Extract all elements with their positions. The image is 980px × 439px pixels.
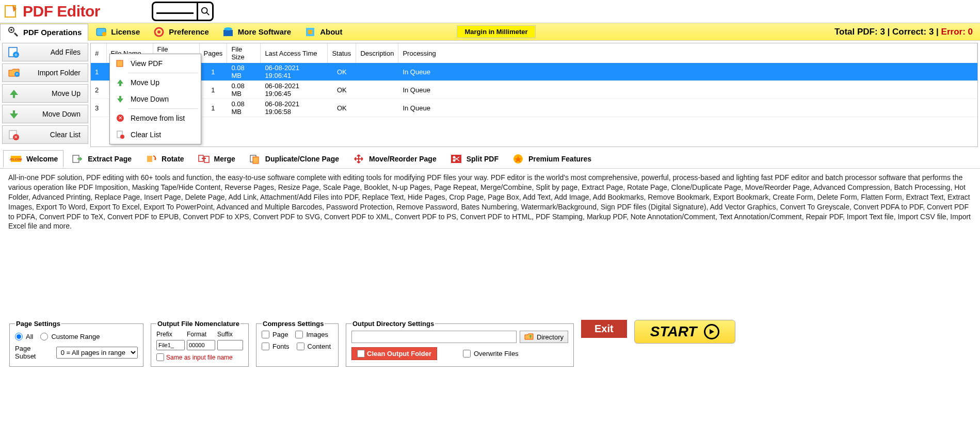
toolbar-label: About: [320, 27, 342, 36]
col-desc[interactable]: Description: [356, 43, 398, 63]
side-label: Import Folder: [25, 69, 84, 77]
move-up-button[interactable]: Move Up: [2, 84, 88, 103]
toolbar-label: Preference: [169, 27, 209, 36]
svg-line-2: [206, 13, 209, 15]
chk-images[interactable]: Images: [295, 331, 328, 338]
folder-up-icon: [524, 332, 534, 342]
welcome-icon: WELCOME: [9, 153, 23, 165]
svg-point-4: [10, 29, 12, 31]
clear-icon: [115, 129, 125, 140]
preference-icon: [152, 25, 166, 39]
side-label: Clear List: [25, 131, 84, 139]
toolbar-license[interactable]: License: [88, 23, 146, 40]
search-box[interactable]: [152, 2, 214, 21]
stats-bar: Total PDF: 3 | Correct: 3 | Error: 0: [834, 27, 980, 37]
play-icon: [704, 324, 719, 339]
chk-fonts[interactable]: Fonts: [262, 343, 290, 350]
import-folder-button[interactable]: + Import Folder: [2, 63, 88, 82]
sidebar: + Add Files + Import Folder Move Up Move…: [0, 41, 90, 149]
tab-duplicate[interactable]: Duplicate/Clone Page: [242, 150, 345, 168]
chk-content[interactable]: Content: [297, 343, 331, 350]
svg-point-25: [120, 135, 124, 139]
cm-move-down[interactable]: Move Down: [111, 91, 200, 107]
cm-view-pdf[interactable]: View PDF: [111, 55, 200, 72]
license-icon: [94, 25, 108, 39]
tab-move-reorder[interactable]: Move/Reorder Page: [346, 150, 442, 168]
prefix-input[interactable]: [156, 340, 185, 350]
move-down-button[interactable]: Move Down: [2, 105, 88, 123]
add-files-icon: +: [7, 46, 21, 58]
about-icon: [303, 25, 317, 39]
start-button[interactable]: START: [634, 320, 736, 344]
cm-move-up[interactable]: Move Up: [111, 74, 200, 91]
remove-icon: ✕: [115, 113, 125, 123]
split-icon: [449, 153, 463, 165]
cm-clear[interactable]: Clear List: [111, 126, 200, 143]
tab-merge[interactable]: Merge: [191, 150, 241, 168]
svg-text:✕: ✕: [14, 135, 18, 140]
premium-icon: [511, 153, 525, 165]
output-path-input[interactable]: [351, 331, 517, 343]
file-table[interactable]: # File Name File Password Pages File Siz…: [90, 43, 978, 147]
welcome-description: All-in-one PDF solution, PDF editing wit…: [0, 169, 980, 235]
side-label: Add Files: [25, 48, 84, 56]
tab-extract-page[interactable]: Extract Page: [65, 150, 137, 168]
nomenclature-group: Output File Nomenclature Prefix Format S…: [151, 320, 249, 367]
toolbar-label: More Software: [238, 27, 291, 36]
arrow-up-icon: [7, 87, 21, 100]
page-settings-group: Page Settings All Custome Range Page Sub…: [9, 320, 143, 367]
svg-rect-29: [147, 156, 152, 162]
toolbar-about[interactable]: About: [297, 23, 348, 40]
radio-custom-range[interactable]: Custome Range: [40, 333, 100, 340]
table-row[interactable]: 210.08 MB06-08-2021 19:06:45OKIn Queue: [91, 81, 977, 99]
svg-text:+: +: [15, 72, 18, 77]
svg-rect-21: [117, 60, 123, 67]
arrow-down-icon: [115, 94, 125, 104]
toolbar-pdf-operations[interactable]: PDF Operations: [0, 24, 88, 41]
clean-output-button[interactable]: Clean Output Folder: [351, 347, 437, 360]
operation-tabs: WELCOME Welcome Extract Page Rotate Merg…: [0, 149, 980, 169]
col-num[interactable]: #: [91, 43, 106, 63]
extract-icon: [70, 153, 85, 165]
svg-rect-31: [204, 156, 209, 162]
tab-split[interactable]: Split PDF: [443, 150, 504, 168]
merge-icon: [197, 153, 211, 165]
tab-premium[interactable]: Premium Features: [505, 150, 597, 168]
arrow-down-icon: [7, 108, 21, 120]
same-as-input-checkbox[interactable]: [156, 353, 164, 361]
add-files-button[interactable]: + Add Files: [2, 43, 88, 61]
svg-rect-12: [308, 30, 312, 34]
radio-all[interactable]: All: [15, 333, 33, 340]
col-pages[interactable]: Pages: [199, 43, 227, 63]
clear-list-button[interactable]: ✕ Clear List: [2, 125, 88, 144]
tab-rotate[interactable]: Rotate: [138, 150, 190, 168]
app-logo-icon: [2, 3, 20, 20]
clear-icon: ✕: [7, 128, 21, 141]
rotate-icon: [144, 153, 158, 165]
subset-label: Page Subset: [15, 345, 53, 360]
col-size[interactable]: File Size: [227, 43, 261, 63]
output-group: Output Directory Settings Directory Clea…: [346, 320, 574, 367]
col-proc[interactable]: Processing: [398, 43, 977, 63]
col-time[interactable]: Last Access Time: [261, 43, 328, 63]
col-status[interactable]: Status: [328, 43, 356, 63]
table-row[interactable]: 110.08 MB06-08-2021 19:06:41OKIn Queue: [91, 63, 977, 81]
cm-remove[interactable]: ✕ Remove from list: [111, 110, 200, 126]
folder-icon: +: [7, 67, 21, 79]
table-row[interactable]: 310.08 MB06-08-2021 19:06:58OKIn Queue: [91, 99, 977, 117]
exit-button[interactable]: Exit: [581, 320, 627, 338]
overwrite-checkbox[interactable]: Overwrite Files: [463, 350, 519, 357]
chk-page[interactable]: Page: [262, 331, 288, 338]
suffix-input[interactable]: [217, 340, 243, 350]
svg-point-10: [224, 27, 232, 30]
tab-welcome[interactable]: WELCOME Welcome: [3, 150, 63, 168]
directory-button[interactable]: Directory: [520, 331, 568, 343]
svg-point-6: [102, 32, 106, 36]
toolbar-more-software[interactable]: More Software: [215, 23, 297, 40]
toolbar-preference[interactable]: Preference: [146, 23, 215, 40]
search-icon[interactable]: [197, 3, 212, 20]
side-label: Move Down: [25, 110, 84, 118]
svg-text:WELCOME: WELCOME: [10, 158, 22, 161]
subset-select[interactable]: 0 = All pages in range: [56, 347, 138, 359]
format-input[interactable]: [187, 340, 215, 350]
